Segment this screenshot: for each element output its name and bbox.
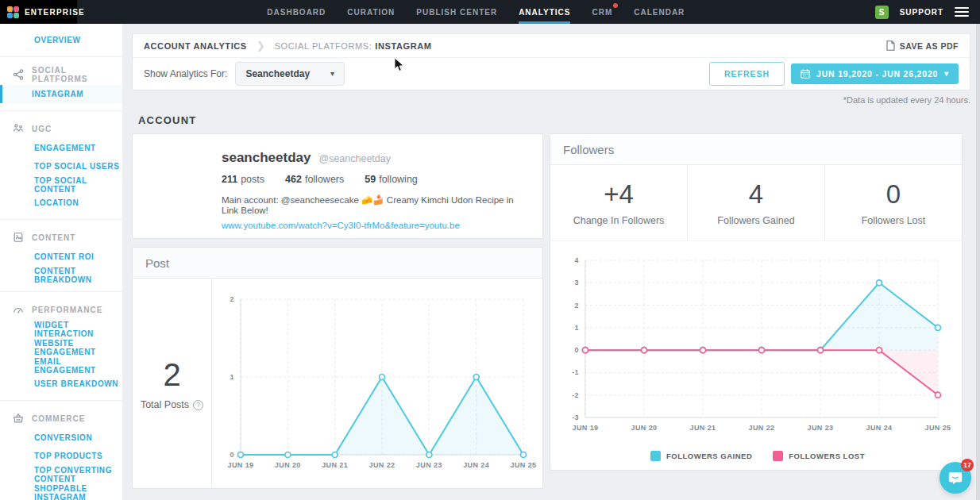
stat-following: 59following [365,174,418,185]
sidebar-section-content: CONTENT [0,227,122,248]
sidebar-item-conversion[interactable]: CONVERSION [0,429,122,447]
sidebar-section-ugc: UGC [0,118,122,139]
crm-notification-dot [613,3,618,8]
chevron-down-icon: ▾ [330,70,334,78]
chat-unread-badge: 17 [961,459,974,471]
hamburger-menu-icon[interactable] [955,7,969,17]
svg-text:JUN 19: JUN 19 [573,424,599,432]
svg-text:JUN 24: JUN 24 [866,424,893,432]
profile-bio: Main account: @seancheesecake 🧀🍰 Creamy … [222,194,530,215]
sidebar-item-engagement[interactable]: ENGAGEMENT [0,139,122,157]
sidebar-item-website-engagement[interactable]: WEBSITE ENGAGEMENT [0,338,122,356]
show-analytics-label: Show Analytics For: [144,68,227,79]
help-icon[interactable]: ? [193,400,203,410]
stat-posts: 211posts [222,174,264,185]
sidebar-item-content-roi[interactable]: CONTENT ROI [0,248,122,266]
sidebar-section-social-platforms: SOCIAL PLATFORMS [0,64,122,85]
nav-calendar[interactable]: CALENDAR [634,0,685,24]
sidebar-item-email-engagement[interactable]: EMAIL ENGAGEMENT [0,356,122,375]
sidebar-item-shoppable-instagram[interactable]: SHOPPABLE INSTAGRAM [0,483,122,500]
header-card: ACCOUNT ANALYTICS ❯ SOCIAL PLATFORMS: IN… [132,33,970,90]
stat-followers-gained: 4 Followers Gained [687,165,824,240]
legend-swatch-lost [773,451,783,461]
sidebar-item-overview[interactable]: OVERVIEW [0,31,122,49]
sidebar-section-commerce: COMMERCE [0,408,122,429]
brand-logo[interactable]: ENTERPRISE [0,0,77,24]
svg-text:JUN 20: JUN 20 [631,424,658,432]
sidebar-item-content-breakdown[interactable]: CONTENT BREAKDOWN [0,266,122,284]
nav-right-cluster: S SUPPORT [875,0,980,24]
svg-text:JUN 23: JUN 23 [808,424,834,432]
sidebar-item-widget-interaction[interactable]: WIDGET INTERACTION [0,320,122,338]
nav-support[interactable]: SUPPORT [900,8,943,17]
sidebar-section-performance: PERFORMANCE [0,299,122,320]
legend-followers-lost[interactable]: FOLLOWERS LOST [773,451,865,461]
sidebar-item-top-social-users[interactable]: TOP SOCIAL USERS [0,157,122,175]
svg-text:JUN 25: JUN 25 [925,424,951,432]
sidebar: OVERVIEW SOCIAL PLATFORMS INSTAGRAM UGC … [0,24,122,500]
document-icon [886,40,895,51]
profile-username: seancheetday [222,150,311,166]
breadcrumb-platform-prefix: SOCIAL PLATFORMS: [275,41,372,51]
svg-text:0: 0 [575,346,579,354]
post-panel: Post 2 Total Posts ? 012JUN 19JUN 20JUN … [132,247,543,489]
svg-text:JUN 21: JUN 21 [322,461,348,469]
account-select-dropdown[interactable]: Seancheetday ▾ [235,62,345,86]
nav-curation[interactable]: CURATION [347,0,395,24]
sidebar-item-top-converting-content[interactable]: TOP CONVERTING CONTENT [0,465,122,483]
svg-text:JUN 23: JUN 23 [416,461,442,469]
sidebar-item-top-products[interactable]: TOP PRODUCTS [0,447,122,465]
nav-publish-center[interactable]: PUBLISH CENTER [416,0,497,24]
scrollbar[interactable] [976,24,980,500]
chat-bubble-icon [947,470,963,486]
chevron-right-icon: ❯ [257,40,265,52]
svg-text:JUN 19: JUN 19 [228,461,254,469]
svg-text:4: 4 [575,256,579,264]
svg-text:-1: -1 [572,368,579,376]
calendar-icon [801,69,810,79]
legend-followers-gained[interactable]: FOLLOWERS GAINED [650,451,752,461]
sidebar-item-instagram[interactable]: INSTAGRAM [0,85,122,103]
breadcrumb: ACCOUNT ANALYTICS ❯ SOCIAL PLATFORMS: IN… [133,34,970,58]
followers-panel: Followers +4 Change In Followers 4 Follo… [550,133,963,471]
followers-panel-title: Followers [550,134,962,165]
svg-text:3: 3 [575,279,579,287]
post-panel-title: Post [133,248,542,279]
svg-text:1: 1 [575,324,579,332]
svg-text:1: 1 [230,373,234,381]
svg-text:2: 2 [230,295,234,303]
sidebar-item-user-breakdown[interactable]: USER BREAKDOWN [0,375,122,393]
enterprise-logo-icon [7,6,19,18]
stat-followers-lost: 0 Followers Lost [824,165,962,240]
svg-text:JUN 20: JUN 20 [275,461,301,469]
sidebar-item-top-social-content[interactable]: TOP SOCIAL CONTENT [0,175,122,194]
chevron-down-icon: ▾ [944,70,949,78]
nav-analytics[interactable]: ANALYTICS [519,0,570,24]
profile-bio-link[interactable]: www.youtube.com/watch?v=Cy3I0-tfrMo&feat… [222,221,530,230]
sidebar-item-location[interactable]: LOCATION [0,194,122,212]
date-range-value: JUN 19,2020 - JUN 26,2020 [816,69,938,79]
share-icon [13,69,24,80]
svg-text:JUN 25: JUN 25 [511,461,537,469]
followers-line-chart: -3-2-101234JUN 19JUN 20JUN 21JUN 22JUN 2… [554,249,957,446]
date-range-button[interactable]: JUN 19,2020 - JUN 26,2020 ▾ [791,63,959,84]
profile-avatar [147,153,206,212]
chat-widget-button[interactable]: 17 [939,462,971,494]
save-as-pdf-button[interactable]: SAVE AS PDF [886,40,959,51]
nav-dashboard[interactable]: DASHBOARD [267,0,326,24]
refresh-button[interactable]: REFRESH [709,62,785,86]
breadcrumb-account-analytics[interactable]: ACCOUNT ANALYTICS [144,41,247,51]
svg-text:JUN 21: JUN 21 [690,424,716,432]
account-section-title: ACCOUNT [138,114,970,126]
nav-crm[interactable]: CRM [592,0,612,24]
profile-card: seancheetday @seancheetday 211posts 462f… [132,133,543,239]
profile-handle: @seancheetday [318,153,391,164]
account-select-value: Seancheetday [245,68,310,79]
user-avatar-badge[interactable]: S [875,6,889,19]
basket-icon [13,413,24,424]
main-content: ACCOUNT ANALYTICS ❯ SOCIAL PLATFORMS: IN… [122,24,980,500]
svg-text:2: 2 [575,302,579,310]
svg-text:JUN 22: JUN 22 [369,461,395,469]
nav-items: DASHBOARD CURATION PUBLISH CENTER ANALYT… [267,0,685,24]
legend-swatch-gained [650,451,661,461]
